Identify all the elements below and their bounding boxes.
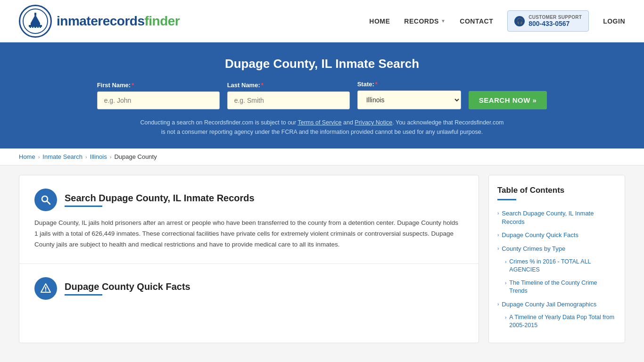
toc-chevron-5: › bbox=[505, 280, 506, 287]
hero-disclaimer: Conducting a search on Recordsfinder.com… bbox=[138, 118, 506, 137]
breadcrumb-inmate-search[interactable]: Inmate Search bbox=[42, 153, 83, 160]
toc-chevron-3: › bbox=[497, 246, 499, 252]
main-nav: HOME RECORDS ▼ CONTACT 🎧 CUSTOMER SUPPOR… bbox=[369, 10, 625, 32]
first-name-group: First Name:* bbox=[97, 82, 220, 109]
toc-item-5[interactable]: › The Timeline of the County Crime Trend… bbox=[505, 277, 616, 298]
breadcrumb-home[interactable]: Home bbox=[19, 153, 35, 160]
svg-rect-3 bbox=[34, 13, 36, 16]
nav-records[interactable]: RECORDS ▼ bbox=[404, 17, 446, 25]
logo-icon bbox=[19, 5, 52, 38]
svg-rect-2 bbox=[31, 23, 40, 25]
nav-home[interactable]: HOME bbox=[369, 17, 390, 25]
search-button[interactable]: SEARCH NOW » bbox=[469, 91, 547, 109]
breadcrumb: Home › Inmate Search › Illinois › Dupage… bbox=[0, 148, 644, 165]
quick-facts-section: Dupage County Quick Facts bbox=[19, 264, 479, 320]
toc-underline bbox=[497, 199, 516, 200]
table-of-contents: Table of Contents › Search Dupage County… bbox=[488, 175, 625, 343]
toc-chevron-6: › bbox=[497, 301, 499, 308]
privacy-link[interactable]: Privacy Notice bbox=[355, 119, 392, 126]
nav-contact[interactable]: CONTACT bbox=[460, 17, 493, 25]
toc-item-3[interactable]: › County Crimes by Type bbox=[497, 242, 616, 255]
breadcrumb-sep-1: › bbox=[38, 154, 40, 160]
breadcrumb-sep-2: › bbox=[85, 154, 87, 160]
svg-rect-6 bbox=[34, 25, 36, 28]
toc-chevron-1: › bbox=[497, 210, 499, 217]
toc-item-2[interactable]: › Dupage County Quick Facts bbox=[497, 229, 616, 242]
site-header: inmaterecordsfinder HOME RECORDS ▼ CONTA… bbox=[0, 0, 644, 42]
first-name-input[interactable] bbox=[97, 91, 220, 109]
inmate-records-section: Search Dupage County, IL Inmate Records … bbox=[19, 175, 479, 264]
search-form: First Name:* Last Name:* State:* Illinoi… bbox=[19, 81, 625, 109]
toc-item-6[interactable]: › Dupage County Jail Demographics bbox=[497, 298, 616, 311]
last-name-required: * bbox=[261, 82, 264, 89]
breadcrumb-illinois[interactable]: Illinois bbox=[90, 153, 107, 160]
terms-link[interactable]: Terms of Service bbox=[297, 119, 341, 126]
breadcrumb-current: Dupage County bbox=[114, 153, 157, 160]
title-underline-facts bbox=[65, 294, 102, 296]
state-select[interactable]: Illinois Alabama Alaska Arizona Californ… bbox=[357, 90, 461, 109]
state-required: * bbox=[375, 81, 378, 88]
search-icon-circle bbox=[34, 189, 57, 211]
alert-icon-circle bbox=[34, 277, 57, 300]
support-text: CUSTOMER SUPPORT 800-433-0567 bbox=[528, 15, 582, 27]
breadcrumb-sep-3: › bbox=[110, 154, 112, 160]
last-name-label: Last Name:* bbox=[227, 82, 264, 89]
hero-title: Dupage County, IL Inmate Search bbox=[19, 57, 625, 71]
logo-area: inmaterecordsfinder bbox=[19, 5, 180, 38]
first-name-required: * bbox=[132, 82, 134, 89]
logo-text: inmaterecordsfinder bbox=[57, 14, 180, 29]
search-icon bbox=[40, 194, 51, 206]
last-name-input[interactable] bbox=[227, 91, 350, 109]
state-label: State:* bbox=[357, 81, 378, 88]
toc-item-7[interactable]: › A Timeline of Yearly Data Pop Total fr… bbox=[505, 311, 616, 332]
toc-item-1[interactable]: › Search Dupage County, IL Inmate Record… bbox=[497, 207, 616, 229]
state-group: State:* Illinois Alabama Alaska Arizona … bbox=[357, 81, 461, 109]
toc-item-4[interactable]: › Crimes % in 2016 - TOTAL ALL AGENCIES bbox=[505, 255, 616, 277]
last-name-group: Last Name:* bbox=[227, 82, 350, 109]
records-chevron-icon: ▼ bbox=[441, 18, 446, 24]
customer-support-button[interactable]: 🎧 CUSTOMER SUPPORT 800-433-0567 bbox=[507, 10, 589, 32]
inmate-records-body: Dupage County, IL jails hold prisoners a… bbox=[34, 218, 463, 250]
hero-section: Dupage County, IL Inmate Search First Na… bbox=[0, 42, 644, 148]
main-content: Search Dupage County, IL Inmate Records … bbox=[0, 165, 644, 353]
content-left: Search Dupage County, IL Inmate Records … bbox=[19, 175, 479, 343]
toc-chevron-7: › bbox=[505, 314, 506, 321]
svg-point-12 bbox=[45, 290, 46, 291]
svg-rect-8 bbox=[40, 25, 41, 28]
section-header-inmate: Search Dupage County, IL Inmate Records bbox=[34, 189, 463, 211]
svg-rect-7 bbox=[37, 25, 39, 28]
alert-icon bbox=[40, 283, 51, 294]
svg-rect-4 bbox=[30, 25, 31, 28]
first-name-label: First Name:* bbox=[97, 82, 134, 89]
toc-chevron-2: › bbox=[497, 232, 499, 239]
nav-login[interactable]: LOGIN bbox=[603, 17, 625, 25]
toc-sub-group-1: › Crimes % in 2016 - TOTAL ALL AGENCIES … bbox=[497, 255, 616, 298]
title-underline-inmate bbox=[65, 206, 102, 207]
headset-icon: 🎧 bbox=[514, 16, 525, 26]
toc-chevron-4: › bbox=[505, 259, 506, 265]
section-header-facts: Dupage County Quick Facts bbox=[34, 277, 463, 300]
section-title-inmate: Search Dupage County, IL Inmate Records bbox=[65, 193, 255, 207]
toc-title: Table of Contents bbox=[497, 186, 616, 195]
svg-rect-5 bbox=[32, 25, 33, 28]
toc-sub-group-2: › A Timeline of Yearly Data Pop Total fr… bbox=[497, 311, 616, 332]
section-title-facts: Dupage County Quick Facts bbox=[65, 281, 190, 296]
svg-line-10 bbox=[47, 201, 50, 204]
